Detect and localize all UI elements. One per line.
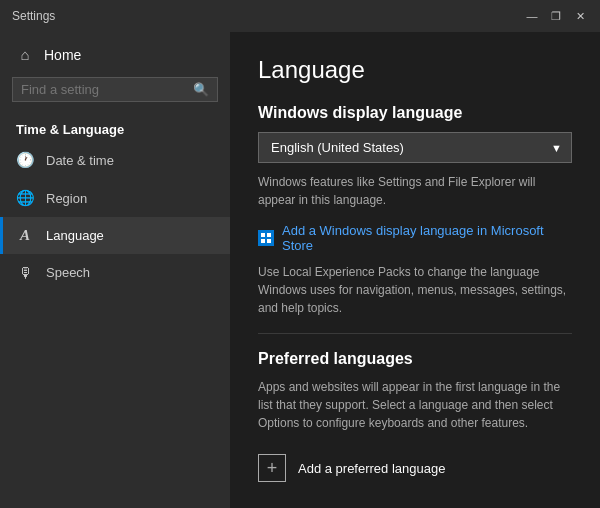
sidebar-item-region[interactable]: 🌐 Region (0, 179, 230, 217)
sidebar-item-language[interactable]: A Language (0, 217, 230, 254)
language-icon: A (16, 227, 34, 244)
search-icon: 🔍 (193, 82, 209, 97)
speech-icon: 🎙 (16, 264, 34, 281)
svg-rect-1 (267, 233, 271, 237)
store-desc: Use Local Experience Packs to change the… (258, 263, 572, 317)
svg-rect-0 (261, 233, 265, 237)
minimize-button[interactable]: — (524, 8, 540, 24)
section-divider (258, 333, 572, 334)
preferred-languages-section-title: Preferred languages (258, 350, 572, 368)
sidebar-item-label: Date & time (46, 153, 114, 168)
store-link-text[interactable]: Add a Windows display language in Micros… (282, 223, 572, 253)
titlebar: Settings — ❐ ✕ (0, 0, 600, 32)
store-link-row[interactable]: Add a Windows display language in Micros… (258, 223, 572, 253)
add-language-button[interactable]: + (258, 454, 286, 482)
sidebar-item-home[interactable]: ⌂ Home (0, 32, 230, 77)
sidebar-item-label: Region (46, 191, 87, 206)
display-language-dropdown[interactable]: English (United States) (258, 132, 572, 163)
home-label: Home (44, 47, 81, 63)
sidebar-section-label: Time & Language (0, 114, 230, 141)
add-language-row[interactable]: + Add a preferred language (258, 446, 572, 490)
svg-rect-2 (261, 239, 265, 243)
search-input[interactable] (21, 82, 193, 97)
date-time-icon: 🕐 (16, 151, 34, 169)
home-icon: ⌂ (16, 46, 34, 63)
sidebar-item-speech[interactable]: 🎙 Speech (0, 254, 230, 291)
sidebar-item-date-time[interactable]: 🕐 Date & time (0, 141, 230, 179)
titlebar-title: Settings (12, 9, 55, 23)
preferred-languages-desc: Apps and websites will appear in the fir… (258, 378, 572, 432)
region-icon: 🌐 (16, 189, 34, 207)
page-title: Language (258, 56, 572, 84)
display-language-dropdown-wrapper[interactable]: English (United States) ▼ (258, 132, 572, 163)
main-layout: ⌂ Home 🔍 Time & Language 🕐 Date & time 🌐… (0, 32, 600, 508)
store-icon (258, 230, 274, 246)
display-language-desc: Windows features like Settings and File … (258, 173, 572, 209)
svg-rect-3 (267, 239, 271, 243)
display-language-section-title: Windows display language (258, 104, 572, 122)
add-language-label: Add a preferred language (298, 461, 445, 476)
sidebar: ⌂ Home 🔍 Time & Language 🕐 Date & time 🌐… (0, 32, 230, 508)
close-button[interactable]: ✕ (572, 8, 588, 24)
maximize-button[interactable]: ❐ (548, 8, 564, 24)
titlebar-controls: — ❐ ✕ (524, 8, 588, 24)
content-area: Language Windows display language Englis… (230, 32, 600, 508)
sidebar-item-label: Language (46, 228, 104, 243)
search-box[interactable]: 🔍 (12, 77, 218, 102)
sidebar-item-label: Speech (46, 265, 90, 280)
language-item-english[interactable]: A English (United States) Default app la… (258, 500, 572, 508)
